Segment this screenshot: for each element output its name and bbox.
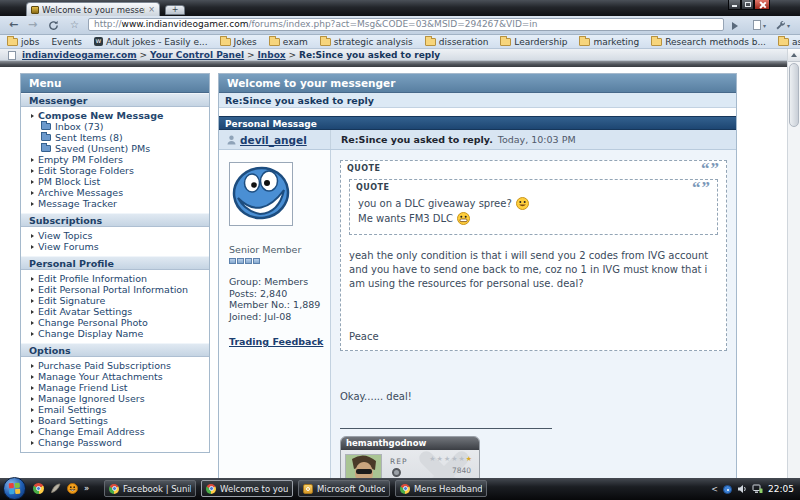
bullet-arrow-icon xyxy=(31,180,34,184)
taskbar-button-facebook[interactable]: Facebook | Sunil Sin... xyxy=(104,480,196,497)
tray-collapse-icon[interactable]: < xyxy=(711,485,718,494)
sidebar-item[interactable]: Change Email Address xyxy=(21,426,209,437)
sidebar-item[interactable]: Change Display Name xyxy=(21,328,209,339)
taskbar-buttons: Facebook | Sunil Sin... Welcome to your … xyxy=(104,480,487,497)
sidebar-item-label: Change Personal Photo xyxy=(38,317,148,328)
sidebar-item[interactable]: Purchase Paid Subscriptions xyxy=(21,360,209,371)
breadcrumb-separator: > xyxy=(289,50,297,60)
trading-feedback-link[interactable]: Trading Feedback xyxy=(229,336,330,347)
section-header-messenger: Messenger xyxy=(21,93,209,107)
bookmark-item[interactable]: Jokes xyxy=(220,37,257,47)
breadcrumb-separator: > xyxy=(140,50,148,60)
bullet-arrow-icon xyxy=(31,277,34,281)
forward-button[interactable]: → xyxy=(28,18,37,31)
page-menu-button[interactable]: ▾ xyxy=(753,20,766,30)
bookmark-item[interactable]: exam xyxy=(269,37,308,47)
sidebar-item[interactable]: Edit Profile Information xyxy=(21,273,209,284)
quote-marks-icon: “” xyxy=(701,164,720,173)
sidebar-item[interactable]: Edit Personal Portal Information xyxy=(21,284,209,295)
sidebar-item[interactable]: Archive Messages xyxy=(21,187,209,198)
bullet-arrow-icon xyxy=(31,386,34,390)
bookmark-item[interactable]: jobs xyxy=(7,37,39,47)
sidebar-folder-item[interactable]: Sent Items (8) xyxy=(21,132,209,143)
options-list: Purchase Paid Subscriptions Manage Your … xyxy=(21,357,209,452)
minimize-button[interactable] xyxy=(728,0,741,10)
bookmark-item[interactable]: Research methods b... xyxy=(651,37,766,47)
bookmark-item[interactable]: marketing xyxy=(579,37,639,47)
maximize-button[interactable] xyxy=(741,0,754,10)
reload-button[interactable] xyxy=(48,20,59,31)
taskbar-button-outlook[interactable]: Microsoft Outlook ... xyxy=(298,480,390,497)
tray-app-icon[interactable] xyxy=(723,485,732,494)
sidebar-item[interactable]: Manage Ignored Users xyxy=(21,393,209,404)
bullet-arrow-icon xyxy=(31,332,34,336)
sidebar-item[interactable]: Change Password xyxy=(21,437,209,448)
scrollbar-up-button[interactable] xyxy=(788,49,800,62)
taskbar-button-messenger[interactable]: Welcome to your m... xyxy=(201,480,293,497)
page-scrollbar[interactable] xyxy=(787,49,800,478)
sidebar-item[interactable]: Manage Your Attachments xyxy=(21,371,209,382)
taskbar-button-headbands[interactable]: Mens Headbands - ... xyxy=(395,480,487,497)
scrollbar-thumb[interactable] xyxy=(789,63,799,127)
bookmark-item[interactable]: assasins creed xyxy=(778,37,800,47)
bullet-arrow-icon xyxy=(31,202,34,206)
sidebar-folder-item[interactable]: Inbox (73) xyxy=(21,121,209,132)
breadcrumb-control-panel-link[interactable]: Your Control Panel xyxy=(150,50,244,60)
bullet-arrow-icon xyxy=(31,397,34,401)
close-button[interactable] xyxy=(754,0,770,10)
smiley-launcher-icon[interactable] xyxy=(67,483,78,494)
sidebar-item[interactable]: Email Settings xyxy=(21,404,209,415)
bullet-arrow-icon xyxy=(31,310,34,314)
chrome-icon xyxy=(206,484,216,494)
sidebar-item-compose[interactable]: Compose New Message xyxy=(21,110,209,121)
sidebar-item[interactable]: Edit Storage Folders xyxy=(21,165,209,176)
tools-menu-button[interactable]: ▾ xyxy=(775,20,790,30)
breadcrumb-site-link[interactable]: indianvideogamer.com xyxy=(22,50,137,60)
back-button[interactable]: ← xyxy=(9,18,18,31)
chrome-icon[interactable] xyxy=(33,483,44,494)
sidebar-item[interactable]: PM Block List xyxy=(21,176,209,187)
sidebar-item[interactable]: Empty PM Folders xyxy=(21,154,209,165)
sidebar-item[interactable]: Message Tracker xyxy=(21,198,209,209)
sidebar-folder-item[interactable]: Saved (Unsent) PMs xyxy=(21,143,209,154)
tab-close-icon[interactable]: × xyxy=(148,6,155,14)
bookmark-item[interactable]: Events xyxy=(51,37,81,47)
sidebar-item[interactable]: Change Personal Photo xyxy=(21,317,209,328)
breadcrumb-inbox-link[interactable]: Inbox xyxy=(257,50,285,60)
sidebar-item-label: Board Settings xyxy=(38,415,108,426)
smiley-avatar-image xyxy=(230,163,292,225)
wrench-icon xyxy=(775,20,785,30)
quote-marks-icon: “” xyxy=(692,183,711,192)
bookmark-label: Adult jokes - Easily e... xyxy=(106,37,208,47)
bookmark-star-icon[interactable]: ☆ xyxy=(70,19,79,30)
author-link[interactable]: devil_angel xyxy=(240,134,307,146)
sidebar-item[interactable]: View Topics xyxy=(21,230,209,241)
quick-launch-overflow-icon[interactable]: » xyxy=(84,484,89,493)
go-button[interactable] xyxy=(732,22,738,30)
bookmark-item[interactable]: Leardership xyxy=(500,37,567,47)
address-bar[interactable]: http://www.indianvideogamer.com/forums/i… xyxy=(88,18,724,31)
sidebar-item[interactable]: Edit Signature xyxy=(21,295,209,306)
quill-icon[interactable] xyxy=(50,483,61,494)
bookmark-item[interactable]: disseration xyxy=(425,37,489,47)
subject-cell: Re:Since you asked to reply. Today, 10:0… xyxy=(331,130,736,149)
subject-strip: Re:Since you asked to reply xyxy=(219,93,736,108)
inner-quote-body: you on a DLC giveaway spree? Me wants FM… xyxy=(350,192,717,234)
folder-icon xyxy=(41,123,51,130)
bookmark-item[interactable]: strategic analysis xyxy=(320,37,413,47)
message-content-cell: QUOTE “” QUOTE “” you on a DLC giveaway … xyxy=(331,150,736,478)
sidebar-item[interactable]: Edit Avatar Settings xyxy=(21,306,209,317)
browser-tab[interactable]: Welcome to your messen... × xyxy=(26,2,160,16)
new-tab-button[interactable]: + xyxy=(165,5,185,15)
network-icon[interactable] xyxy=(752,484,763,494)
sidebar-item[interactable]: Manage Friend List xyxy=(21,382,209,393)
volume-icon[interactable] xyxy=(737,484,747,494)
folder-icon xyxy=(320,38,331,46)
folder-icon xyxy=(269,38,280,46)
sidebar-item[interactable]: Board Settings xyxy=(21,415,209,426)
inner-quote-box: QUOTE “” you on a DLC giveaway spree? xyxy=(349,179,718,235)
bookmark-item[interactable]: wAdult jokes - Easily e... xyxy=(94,37,208,47)
header-divider-bar xyxy=(0,61,787,67)
sidebar-item[interactable]: View Forums xyxy=(21,241,209,252)
start-button[interactable] xyxy=(3,477,26,500)
